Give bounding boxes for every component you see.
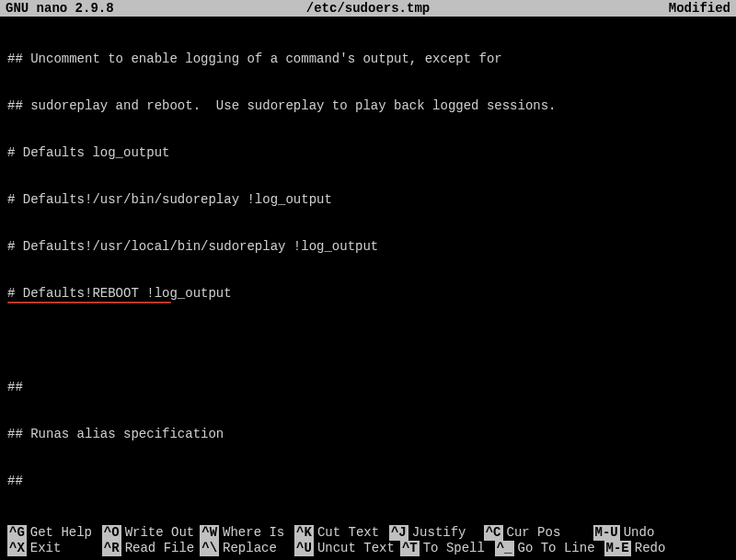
key-desc: Read File — [125, 541, 195, 556]
key-desc: Where Is — [223, 525, 289, 541]
key-label: ^_ — [495, 541, 514, 556]
key-label: ^W — [200, 525, 219, 541]
key-desc: Get Help — [30, 525, 97, 541]
key-label: ^O — [102, 525, 121, 541]
key-label: ^J — [389, 525, 408, 541]
key-label: ^C — [484, 525, 503, 541]
help-replace[interactable]: ^\Replace — [200, 541, 289, 556]
key-label: ^X — [7, 541, 27, 556]
help-read-file[interactable]: ^RRead File — [102, 541, 194, 556]
help-write-out[interactable]: ^OWrite Out — [102, 525, 194, 541]
help-uncut-text[interactable]: ^UUncut Text — [294, 541, 395, 556]
key-desc: Uncut Text — [317, 541, 395, 556]
help-where-is[interactable]: ^WWhere Is — [200, 525, 289, 541]
help-row-1: ^GGet Help ^OWrite Out ^WWhere Is ^KCut … — [7, 525, 729, 541]
help-bar: ^GGet Help ^OWrite Out ^WWhere Is ^KCut … — [0, 525, 736, 560]
key-desc: Redo — [635, 541, 701, 556]
text-line — [7, 333, 729, 349]
help-redo[interactable]: M-ERedo — [604, 541, 701, 556]
text-line: ## Runas alias specification — [7, 427, 729, 442]
annotation-underline — [7, 302, 171, 303]
help-cut-text[interactable]: ^KCut Text — [294, 525, 384, 541]
text-line: ## sudoreplay and reboot. Use sudoreplay… — [7, 98, 729, 114]
help-go-to-line[interactable]: ^_Go To Line — [495, 541, 599, 556]
text-line: ## — [7, 474, 729, 489]
help-cur-pos[interactable]: ^CCur Pos — [484, 525, 588, 541]
key-desc: Go To Line — [518, 541, 599, 556]
text-line: # Defaults!REBOOT !log_output — [7, 286, 729, 302]
help-row-2: ^XExit ^RRead File ^\Replace ^UUncut Tex… — [7, 541, 729, 556]
help-undo[interactable]: M-UUndo — [593, 525, 690, 541]
help-exit[interactable]: ^XExit — [7, 541, 97, 556]
help-to-spell[interactable]: ^TTo Spell — [400, 541, 489, 556]
key-label: M-U — [593, 525, 620, 541]
modified-indicator: Modified — [669, 1, 730, 16]
key-label: ^K — [294, 525, 314, 541]
key-desc: Cur Pos — [507, 525, 588, 541]
key-label: ^G — [7, 525, 27, 541]
text-line: ## — [7, 380, 729, 395]
key-desc: Exit — [30, 541, 97, 556]
app-title: GNU nano 2.9.8 — [6, 1, 114, 16]
editor-content[interactable]: ## Uncomment to enable logging of a comm… — [0, 17, 736, 560]
help-get-help[interactable]: ^GGet Help — [7, 525, 97, 541]
key-label: ^R — [102, 541, 121, 556]
key-desc: Undo — [624, 525, 690, 541]
key-desc: Write Out — [125, 525, 195, 541]
text-line: # Defaults!/usr/local/bin/sudoreplay !lo… — [7, 239, 729, 255]
key-label: M-E — [604, 541, 631, 556]
text-line: # Defaults log_output — [7, 145, 729, 161]
titlebar: GNU nano 2.9.8 /etc/sudoers.tmp Modified — [0, 0, 736, 17]
file-path: /etc/sudoers.tmp — [306, 1, 430, 16]
key-desc: Replace — [223, 541, 289, 556]
key-desc: To Spell — [423, 541, 489, 556]
text-line: ## Uncomment to enable logging of a comm… — [7, 51, 729, 67]
key-desc: Cut Text — [317, 525, 384, 541]
key-label: ^\ — [200, 541, 219, 556]
help-justify[interactable]: ^JJustify — [389, 525, 478, 541]
key-desc: Justify — [412, 525, 478, 541]
key-label: ^U — [294, 541, 314, 556]
text-line: # Defaults!/usr/bin/sudoreplay !log_outp… — [7, 192, 729, 208]
key-label: ^T — [400, 541, 420, 556]
